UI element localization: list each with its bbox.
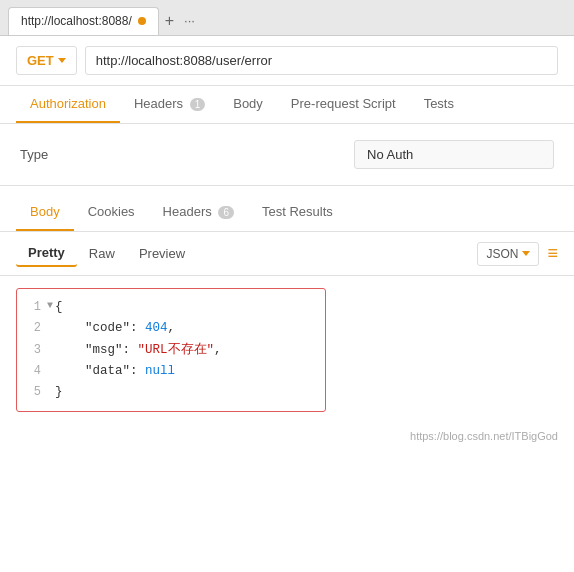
format-chevron-icon [522, 251, 530, 256]
json-code-box: 1 ▼ { 2 "code": 404, 3 [16, 288, 326, 412]
tab-headers[interactable]: Headers 1 [120, 86, 219, 123]
tab-body-label: Body [233, 96, 263, 111]
code-line-2: 2 "code": 404, [29, 318, 313, 339]
wrap-icon[interactable]: ≡ [547, 243, 558, 264]
resp-headers-badge: 6 [218, 206, 234, 219]
fmt-tab-raw-label: Raw [89, 246, 115, 261]
code-line-5: 5 } [29, 382, 313, 403]
tab-headers-label: Headers [134, 96, 183, 111]
method-label: GET [27, 53, 54, 68]
tab-body[interactable]: Body [219, 86, 277, 123]
json-code-wrapper: 1 ▼ { 2 "code": 404, 3 [0, 276, 574, 424]
tab-status-dot [138, 17, 146, 25]
line-num-5: 5 [29, 382, 47, 402]
line-1-content: { [55, 297, 313, 318]
method-chevron-icon [58, 58, 66, 63]
headers-badge: 1 [190, 98, 206, 111]
more-tabs-button[interactable]: ··· [180, 13, 199, 28]
tab-authorization[interactable]: Authorization [16, 86, 120, 123]
fmt-tab-preview-label: Preview [139, 246, 185, 261]
line-5-content: } [55, 382, 313, 403]
resp-tab-headers-label: Headers [163, 204, 212, 219]
line-2-content: "code": 404, [55, 318, 313, 339]
browser-tab-bar: http://localhost:8088/ + ··· [0, 0, 574, 36]
auth-section: Type No Auth [0, 124, 574, 186]
auth-row: Type No Auth [20, 140, 554, 169]
fmt-tab-raw[interactable]: Raw [77, 241, 127, 266]
response-container: Body Cookies Headers 6 Test Results Pret… [0, 186, 574, 424]
fmt-tab-pretty[interactable]: Pretty [16, 240, 77, 267]
line-1-toggle[interactable]: ▼ [47, 297, 53, 314]
code-line-3: 3 "msg": "URL不存在", [29, 340, 313, 361]
resp-tab-body-label: Body [30, 204, 60, 219]
format-select-label: JSON [486, 247, 518, 261]
line-num-2: 2 [29, 318, 47, 338]
url-input[interactable] [85, 46, 558, 75]
browser-tab[interactable]: http://localhost:8088/ [8, 7, 159, 35]
line-num-4: 4 [29, 361, 47, 381]
new-tab-button[interactable]: + [159, 12, 180, 30]
tab-url-label: http://localhost:8088/ [21, 14, 132, 28]
watermark: https://blog.csdn.net/ITBigGod [0, 424, 574, 448]
resp-tab-test-results[interactable]: Test Results [248, 194, 347, 231]
auth-type-label: Type [20, 147, 60, 162]
response-tabs: Body Cookies Headers 6 Test Results [0, 194, 574, 232]
tab-tests-label: Tests [424, 96, 454, 111]
line-num-1: 1 [29, 297, 47, 317]
tab-prerequest-label: Pre-request Script [291, 96, 396, 111]
tab-authorization-label: Authorization [30, 96, 106, 111]
fmt-tab-pretty-label: Pretty [28, 245, 65, 260]
resp-tab-headers[interactable]: Headers 6 [149, 194, 248, 231]
url-bar: GET [0, 36, 574, 86]
line-4-toggle [47, 361, 53, 378]
line-3-toggle [47, 340, 53, 357]
line-num-3: 3 [29, 340, 47, 360]
resp-tab-cookies-label: Cookies [88, 204, 135, 219]
auth-type-value[interactable]: No Auth [354, 140, 554, 169]
format-bar: Pretty Raw Preview JSON ≡ [0, 232, 574, 276]
tab-tests[interactable]: Tests [410, 86, 468, 123]
resp-tab-test-results-label: Test Results [262, 204, 333, 219]
code-line-1: 1 ▼ { [29, 297, 313, 318]
tab-prerequest[interactable]: Pre-request Script [277, 86, 410, 123]
request-tabs: Authorization Headers 1 Body Pre-request… [0, 86, 574, 124]
method-select[interactable]: GET [16, 46, 77, 75]
line-2-toggle [47, 318, 53, 335]
app-container: GET Authorization Headers 1 Body Pre-req… [0, 36, 574, 572]
resp-tab-cookies[interactable]: Cookies [74, 194, 149, 231]
watermark-text: https://blog.csdn.net/ITBigGod [410, 430, 558, 442]
line-5-toggle [47, 382, 53, 399]
fmt-tab-preview[interactable]: Preview [127, 241, 197, 266]
line-4-content: "data": null [55, 361, 313, 382]
resp-tab-body[interactable]: Body [16, 194, 74, 231]
format-select[interactable]: JSON [477, 242, 539, 266]
line-3-content: "msg": "URL不存在", [55, 340, 313, 361]
code-line-4: 4 "data": null [29, 361, 313, 382]
